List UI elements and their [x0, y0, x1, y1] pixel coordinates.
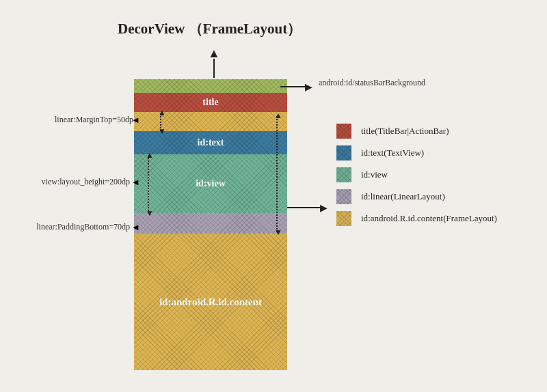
view-label: id:view [196, 178, 226, 189]
title-bar-label: title [202, 97, 218, 108]
measure-span: ▲▼ [276, 116, 278, 232]
legend-row-title: title(TitleBar|ActionBar) [336, 120, 497, 142]
measure-height: ▲▼ [148, 156, 149, 213]
swatch-text [336, 145, 351, 160]
annotation-padding-bottom: linear:PaddingBottom=70dp [23, 222, 130, 232]
legend-label: id:android.R.id.content(FrameLayout) [361, 213, 497, 224]
content-layer: id:android.R.id.content [134, 234, 287, 370]
swatch-title [336, 124, 351, 139]
legend-row-text: id:text(TextView) [336, 142, 497, 164]
margin-gap-layer [134, 112, 287, 131]
status-bar-layer [134, 79, 287, 93]
swatch-content [336, 211, 351, 226]
title-bar-layer: title [134, 93, 287, 112]
arrow-left-icon: ◄ [131, 177, 140, 188]
measure-margin: ▲▼ [160, 113, 161, 131]
arrow-up-icon: ▲ [208, 46, 220, 61]
arrow-left-icon: ◄ [131, 222, 140, 233]
diagram-title: DecorView （FrameLayout） [118, 19, 302, 38]
legend-label: title(TitleBar|ActionBar) [361, 126, 449, 137]
annotation-margin-top: linear:MarginTop=50dp [55, 115, 130, 125]
content-label: id:android.R.id.content [159, 296, 262, 308]
arrow-left-icon: ◄ [131, 115, 140, 126]
swatch-linear [336, 189, 351, 204]
view-layer: id:view [134, 154, 287, 213]
annotation-status-bg: android:id/statusBarBackground [319, 78, 425, 88]
linear-padding-layer [134, 213, 287, 234]
legend-row-view: id:view [336, 164, 497, 186]
legend: title(TitleBar|ActionBar) id:text(TextVi… [336, 120, 497, 229]
legend-row-linear: id:linear(LinearLayout) [336, 186, 497, 208]
layout-stack: title id:text id:view id:android.R.id.co… [134, 79, 287, 373]
swatch-view [336, 167, 351, 182]
legend-label: id:view [361, 169, 388, 180]
legend-row-content: id:android.R.id.content(FrameLayout) [336, 208, 497, 229]
legend-label: id:text(TextView) [361, 148, 424, 158]
annotation-layout-height: view:layout_height=200dp [34, 177, 130, 187]
textview-layer: id:text [134, 131, 287, 154]
legend-label: id:linear(LinearLayout) [361, 191, 445, 202]
textview-label: id:text [198, 137, 224, 148]
